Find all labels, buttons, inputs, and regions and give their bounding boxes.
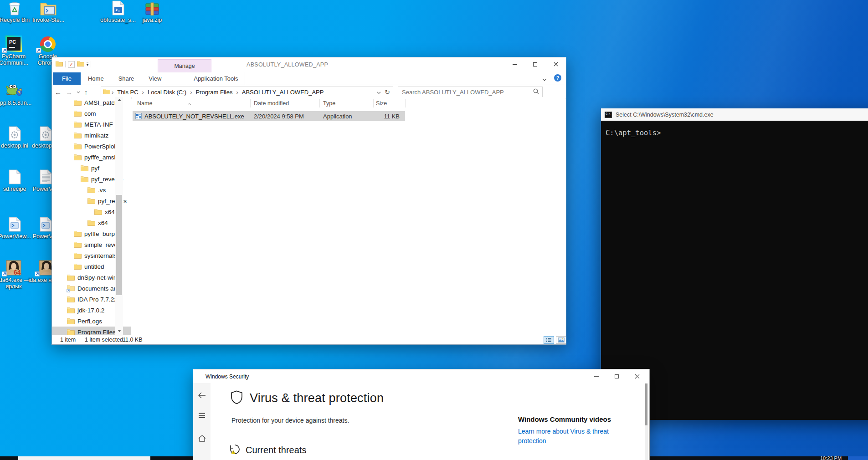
up-button[interactable]: ↑	[84, 88, 88, 96]
desktop-icon[interactable]: npp.8.5.8.In...	[0, 83, 33, 106]
wallpaper: Recycle BinInvoke-Ste...obfuscate_s...ja…	[0, 0, 868, 460]
search-box	[398, 87, 543, 97]
scroll-up-icon[interactable]	[118, 99, 121, 101]
divider[interactable]	[373, 99, 374, 107]
details-view-button[interactable]	[544, 336, 554, 344]
breadcrumb-item[interactable]: ABSOLUTLY_ALLOWED_APP	[239, 89, 327, 96]
column-header-name[interactable]: Name	[137, 100, 152, 107]
column-header-type[interactable]: Type	[323, 100, 335, 107]
forward-button[interactable]: →	[66, 88, 72, 96]
folder-icon	[74, 230, 82, 237]
ribbon-group-manage[interactable]: Manage	[158, 59, 211, 72]
address-dropdown-icon[interactable]	[377, 89, 381, 96]
tree-item-label: AMSI_patch-r	[84, 99, 131, 106]
tree-item-label: jdk-17.0.2	[77, 307, 131, 314]
back-icon[interactable]	[193, 388, 211, 403]
minimize-button[interactable]	[504, 57, 525, 71]
folder-icon	[74, 143, 82, 149]
maximize-button[interactable]	[525, 57, 545, 71]
desktop-icon[interactable]: PCPyCharm Communi...	[0, 36, 33, 66]
recent-locations-dropdown-icon[interactable]	[77, 90, 80, 94]
refresh-icon[interactable]: ↻	[385, 88, 390, 96]
scan-history-icon	[230, 444, 240, 456]
folder-icon	[74, 154, 82, 160]
folder-icon	[74, 241, 82, 248]
community-videos-link[interactable]: Learn more about Virus & threat protecti…	[518, 427, 618, 446]
folder-icon	[74, 132, 82, 138]
desktop-icon[interactable]: Invoke-Ste...	[29, 0, 67, 23]
status-item-count: 1 item	[60, 337, 76, 343]
npp-icon	[0, 83, 33, 98]
folder-icon	[67, 318, 75, 324]
taskbar-search-box[interactable]	[18, 456, 150, 460]
file-explorer-window: ✓ ▾ Manage ABSOLUTLY_ALLOWED_APP File Ho…	[51, 57, 566, 345]
close-button[interactable]	[627, 369, 647, 383]
breadcrumb-separator-icon[interactable]: ›	[236, 89, 238, 96]
tab-file[interactable]: File	[53, 72, 81, 85]
divider[interactable]	[405, 99, 406, 107]
sort-ascending-icon	[187, 100, 191, 107]
minimize-button[interactable]	[586, 369, 606, 383]
customize-qat-dropdown-icon[interactable]: ▾	[87, 62, 88, 67]
desktop-icon[interactable]: Recycle Bin	[0, 0, 34, 23]
taskbar-notification-badge[interactable]	[848, 456, 868, 460]
home-icon[interactable]	[193, 430, 211, 446]
desktop-icon[interactable]: obfuscate_s...	[99, 0, 137, 23]
scrollbar-thumb[interactable]	[116, 195, 122, 295]
tab-application-tools[interactable]: Application Tools	[187, 72, 245, 85]
security-scrollbar[interactable]	[645, 383, 648, 460]
scrollbar-thumb[interactable]	[645, 383, 647, 425]
file-name: ABSOLUTELY_NOT_REVSHELL.exe	[144, 113, 244, 120]
scroll-down-icon[interactable]	[118, 330, 121, 332]
close-button[interactable]	[545, 57, 566, 71]
folder-icon[interactable]	[56, 61, 63, 68]
breadcrumb-separator-icon[interactable]: ›	[190, 89, 192, 96]
menu-icon[interactable]	[193, 408, 211, 423]
shortcut-arrow-icon	[35, 271, 40, 276]
quick-access-toolbar: ✓ ▾	[56, 61, 91, 68]
folder-icon	[81, 165, 88, 171]
tree-scrollbar[interactable]	[115, 97, 123, 336]
desktop-icon[interactable]: java.zip	[133, 0, 171, 23]
page-subtitle: Protection for your device against threa…	[231, 417, 349, 424]
column-header-date-modified[interactable]: Date modified	[254, 100, 289, 107]
divider[interactable]	[319, 99, 320, 107]
tree-item-label: pyf	[91, 165, 131, 172]
folder-icon	[87, 198, 95, 204]
pycharm-icon: PC	[0, 36, 33, 52]
column-headers: Name Date modified Type Size	[132, 97, 565, 109]
ribbon-collapse-icon[interactable]	[542, 76, 547, 82]
maximize-button[interactable]	[606, 369, 627, 383]
tab-home[interactable]: Home	[81, 72, 111, 85]
back-button[interactable]: ←	[55, 88, 62, 96]
shortcut-arrow-icon	[2, 271, 7, 276]
properties-check-icon[interactable]: ✓	[68, 61, 75, 68]
tree-item-label: pyf_revers	[98, 198, 131, 204]
folder-icon[interactable]	[77, 61, 84, 68]
taskbar-clock[interactable]: 10:23 PM	[820, 455, 842, 460]
address-bar[interactable]: ›This PC›Local Disk (C:)›Program Files›A…	[101, 87, 393, 97]
search-input[interactable]	[398, 89, 533, 96]
large-icons-view-button[interactable]	[556, 336, 566, 344]
help-icon[interactable]: ?	[554, 74, 561, 82]
folder-link-icon	[67, 285, 75, 292]
breadcrumb-separator-icon[interactable]: ›	[112, 89, 113, 96]
cmd-titlebar[interactable]: C:\ Select C:\Windows\System32\cmd.exe	[601, 108, 868, 121]
desktop-icon-label: java.zip	[133, 17, 171, 23]
caption-buttons	[504, 57, 566, 71]
breadcrumb-item[interactable]: Program Files	[193, 89, 236, 96]
search-icon[interactable]	[533, 88, 539, 96]
breadcrumb-item[interactable]: Local Disk (C:)	[145, 89, 189, 96]
column-header-size[interactable]: Size	[376, 100, 387, 107]
divider[interactable]	[250, 99, 251, 107]
tree-item-label: IDA Pro 7.7.220	[77, 296, 131, 303]
status-bar: 1 item 1 item selected 11.0 KB	[52, 335, 566, 344]
breadcrumb-item[interactable]: This PC	[114, 89, 141, 96]
folder-icon	[67, 296, 75, 302]
desktop-icon-label: npp.8.5.8.In...	[0, 100, 33, 106]
tab-share[interactable]: Share	[111, 72, 142, 85]
breadcrumb-separator-icon[interactable]: ›	[142, 89, 144, 96]
folder-icon	[94, 209, 102, 215]
file-row-selected[interactable]: ABSOLUTELY_NOT_REVSHELL.exe 2/20/2024 9:…	[133, 111, 405, 121]
tab-view[interactable]: View	[141, 72, 169, 85]
